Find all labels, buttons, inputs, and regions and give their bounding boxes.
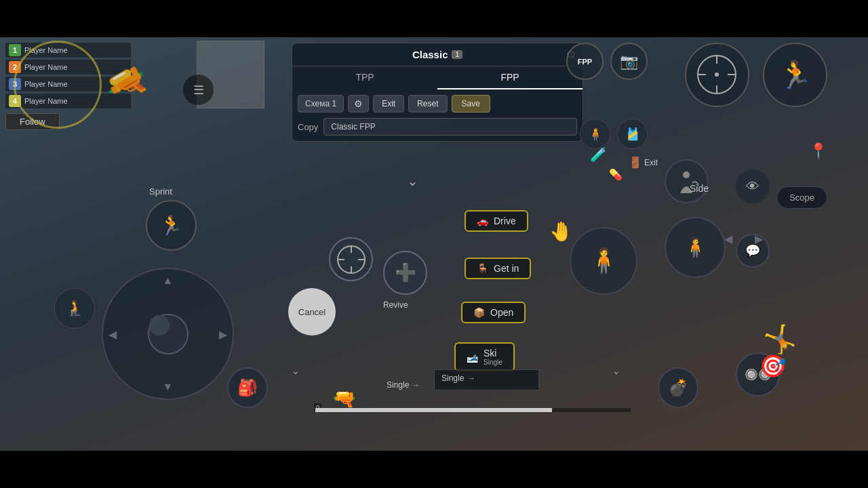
item2-button[interactable]: 🎽 — [617, 119, 648, 149]
open-label: Open — [490, 307, 513, 318]
copy-row: Copy Classic FPP — [292, 118, 583, 141]
bottom-chevron-right-icon[interactable]: ⌄ — [612, 365, 620, 376]
svg-point-6 — [683, 171, 690, 178]
panel-controls: Схема 1 ⚙ Exit Reset Save — [292, 89, 583, 118]
tabs-row: TPP FPP — [292, 66, 583, 89]
camera-icon: 📷 — [620, 53, 638, 70]
joystick-left-arrow: ◀ — [108, 327, 117, 340]
exit-right-label: Exit — [644, 158, 658, 167]
getin-button[interactable]: 🪑 Get in — [465, 258, 531, 279]
bottom-black-bar — [0, 451, 868, 488]
camera-button[interactable]: 📷 — [610, 43, 648, 80]
bottom-single-area: Single → — [387, 380, 420, 390]
exit-icon: 🚪 — [629, 156, 642, 169]
fpp-label: FPP — [578, 58, 592, 66]
top-black-bar — [0, 0, 868, 37]
sprint-label: Sprint — [149, 186, 172, 197]
arrow-right-icon: → — [467, 373, 475, 383]
character-icon-2: 🧍 — [684, 237, 707, 259]
prone-icon-glyph: 🎯 — [760, 353, 787, 379]
tab-fpp[interactable]: FPP — [437, 66, 583, 89]
revive-icon: ➕ — [395, 262, 416, 283]
joystick-down-arrow: ▼ — [163, 381, 174, 393]
hand-icon: 🤚 — [549, 220, 573, 243]
panel-icon-button[interactable]: ☰ — [183, 75, 214, 105]
classic-panel: Classic 1 ⚙ TPP FPP Схема 1 ⚙ Exit Reset… — [292, 43, 583, 142]
classic-header: Classic 1 ⚙ — [292, 43, 583, 66]
run-icon-glyph: 🧎 — [66, 300, 84, 317]
exit-button[interactable]: Exit — [373, 95, 404, 113]
ski-info: Ski Single — [484, 348, 502, 366]
game-area: 1 Player Name 2 Player Name 3 Player Nam… — [0, 37, 868, 451]
backpack-bottom-icon: 🎒 — [237, 378, 258, 397]
drive-button[interactable]: 🚗 Drive — [465, 210, 528, 232]
copy-value: Classic FPP — [323, 118, 577, 136]
schema-button[interactable]: Схема 1 — [298, 95, 344, 113]
ski-button[interactable]: 🎿 Ski Single — [454, 342, 515, 371]
revive-button[interactable]: ➕ — [383, 251, 427, 295]
right-chevron-right[interactable]: ▶ — [755, 232, 763, 245]
map-pin-button[interactable]: 📍 — [809, 142, 827, 160]
ski-icon: 🎿 — [467, 352, 478, 363]
revive-label: Revive — [383, 300, 408, 310]
single-row: Single → — [441, 373, 532, 383]
health-bar-fill — [315, 408, 552, 412]
sprint-icon: 🏃 — [159, 214, 183, 237]
scope-button[interactable]: Scope — [776, 186, 827, 209]
grenade-bottom-button[interactable]: 💣 — [658, 367, 698, 408]
run-button[interactable]: 🧎 — [54, 288, 95, 329]
chevron-down-icon[interactable]: ⌄ — [407, 173, 418, 189]
pistol-icon: 🔫 — [332, 388, 356, 410]
character-circle-2[interactable]: 🧍 — [665, 217, 726, 278]
getin-label: Get in — [494, 263, 519, 274]
cancel-button[interactable]: Cancel — [288, 288, 336, 336]
backpack-bottom-button[interactable]: 🎒 — [227, 367, 268, 408]
grenade-icon: 💊 — [609, 168, 623, 181]
joystick-up-arrow: ▲ — [163, 274, 174, 287]
bottom-chevron-left-icon[interactable]: ⌄ — [292, 365, 300, 376]
side-button[interactable] — [665, 159, 709, 203]
aim-button[interactable] — [329, 237, 373, 281]
side-label: Side — [690, 183, 709, 194]
save-button[interactable]: Save — [452, 95, 490, 113]
soldier-button[interactable]: 🏃 — [763, 43, 827, 107]
gear-settings-button[interactable]: ⚙ — [348, 95, 369, 113]
joystick-center — [148, 314, 189, 354]
tab-tpp[interactable]: TPP — [292, 66, 437, 89]
right-chevron-left[interactable]: ◀ — [724, 232, 732, 245]
chat-button[interactable]: 💬 — [736, 234, 770, 268]
classic-title: Classic — [412, 49, 448, 60]
bullet-circle-decoration — [14, 41, 102, 129]
svg-point-5 — [715, 73, 719, 77]
eye-button[interactable]: 👁 — [736, 169, 770, 203]
open-icon: 📦 — [473, 307, 485, 318]
player-num-1: 1 — [9, 44, 21, 56]
drive-icon: 🚗 — [477, 216, 488, 226]
exit-right-button[interactable]: 🚪 Exit — [629, 156, 658, 169]
ski-sub: Single — [484, 359, 502, 366]
scope-label: Scope — [789, 192, 814, 203]
sprint-button[interactable]: 🏃 — [146, 200, 197, 251]
grenade-bottom-icon: 💣 — [668, 378, 688, 397]
bottom-single-label: Single — [387, 380, 409, 390]
bottom-arrow-icon: → — [412, 380, 420, 390]
person-icon: 🧍 — [588, 127, 603, 142]
single-label: Single — [441, 373, 464, 383]
single-mode-area: Single → — [434, 369, 539, 390]
crosshair-button[interactable] — [685, 43, 749, 107]
joystick-knob — [149, 315, 170, 336]
fpp-button[interactable]: FPP — [566, 43, 604, 80]
crosshair-icon — [695, 53, 739, 97]
character-circle-1[interactable]: 🧍 — [570, 227, 637, 295]
sniper-icon: 🎯 — [739, 349, 807, 383]
bottle-icon: 🧪 — [590, 146, 607, 163]
reset-button[interactable]: Reset — [408, 95, 447, 113]
eye-icon-glyph: 👁 — [746, 179, 760, 195]
joystick[interactable]: ▲ ▼ ◀ ▶ — [102, 268, 234, 400]
ski-label: Ski — [484, 348, 502, 359]
weapon-area: 🔫 — [332, 388, 356, 410]
getin-icon: 🪑 — [477, 263, 488, 274]
open-button[interactable]: 📦 Open — [461, 302, 526, 323]
copy-label: Copy — [298, 122, 318, 132]
character-icon-1: 🧍 — [589, 247, 619, 275]
